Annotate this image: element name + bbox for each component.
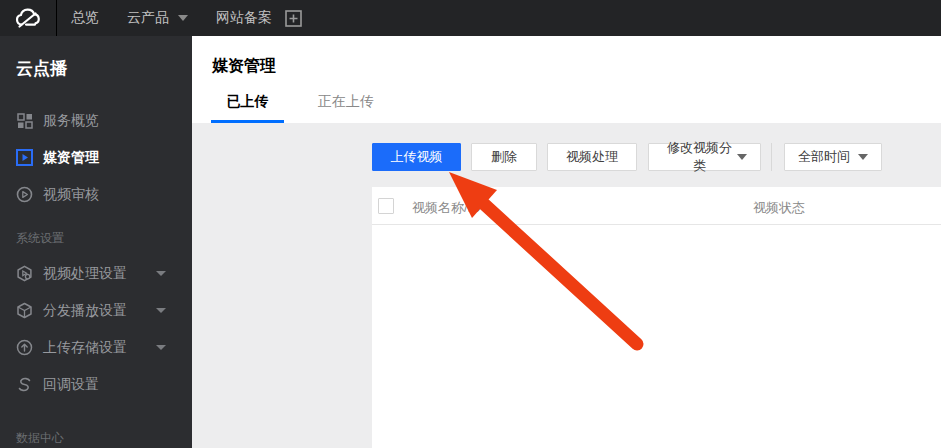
sidebar-section-data-center: 数据中心 (0, 413, 192, 447)
topbar-nav: 总览 云产品 网站备案 (57, 0, 302, 36)
upload-video-button[interactable]: 上传视频 (372, 143, 461, 171)
sidebar-main-menu: 服务概览 媒资管理 视频审核 (0, 102, 192, 213)
sidebar-item-upload-storage-settings[interactable]: 上传存储设置 (0, 329, 192, 366)
media-table: 视频名称/ID 视频状态 (372, 187, 941, 448)
cloud-logo-icon (13, 6, 43, 30)
sidebar-item-label: 分发播放设置 (43, 302, 127, 320)
sidebar-item-label: 服务概览 (43, 112, 99, 130)
chevron-down-icon[interactable] (156, 271, 166, 276)
sidebar-section-system-settings: 系统设置 (0, 213, 192, 247)
upload-circle-icon (16, 339, 33, 356)
vod-console-screen: 总览 云产品 网站备案 云点播 (0, 0, 941, 448)
grid-icon (16, 112, 33, 129)
delete-button[interactable]: 删除 (471, 143, 537, 171)
topnav-cloud-products-label: 云产品 (127, 9, 169, 27)
sidebar-item-label: 视频审核 (43, 186, 99, 204)
plus-square-icon (285, 10, 302, 27)
main-header: 媒资管理 已上传 正在上传 (192, 36, 941, 123)
sidebar-item-label: 回调设置 (43, 376, 99, 394)
video-process-icon (16, 265, 33, 282)
cube-icon (16, 302, 33, 319)
chevron-down-icon[interactable] (156, 308, 166, 313)
column-header-video-name: 视频名称/ID (412, 199, 481, 217)
sidebar-item-label: 视频处理设置 (43, 265, 127, 283)
play-square-icon (16, 149, 33, 166)
tab-uploaded[interactable]: 已上传 (211, 93, 284, 123)
time-filter-label: 全部时间 (798, 148, 850, 166)
add-console-tab-button[interactable] (285, 10, 302, 27)
modify-category-label: 修改视频分类 (662, 139, 737, 175)
sidebar-item-label: 上传存储设置 (43, 339, 127, 357)
sidebar: 云点播 服务概览 (0, 36, 192, 448)
chevron-down-icon (858, 154, 868, 160)
tab-bar: 已上传 正在上传 (192, 93, 374, 123)
tab-label: 正在上传 (318, 93, 374, 109)
chevron-down-icon (178, 15, 188, 21)
chevron-down-icon (737, 154, 747, 160)
sidebar-item-media-management[interactable]: 媒资管理 (0, 139, 192, 176)
chevron-down-icon[interactable] (156, 345, 166, 350)
sidebar-item-service-overview[interactable]: 服务概览 (0, 102, 192, 139)
sidebar-item-video-process-settings[interactable]: 视频处理设置 (0, 255, 192, 292)
tab-label: 已上传 (227, 93, 269, 109)
topbar: 总览 云产品 网站备案 (0, 0, 941, 36)
topnav-overview-label: 总览 (71, 9, 99, 27)
content-area: 上传视频 删除 视频处理 修改视频分类 全部时间 视频名称/ID 视频状态 (192, 123, 941, 448)
sidebar-item-label: 媒资管理 (43, 149, 99, 167)
tencent-cloud-logo[interactable] (0, 0, 57, 36)
sidebar-item-distribution-settings[interactable]: 分发播放设置 (0, 292, 192, 329)
column-header-video-status: 视频状态 (753, 199, 805, 217)
topnav-overview[interactable]: 总览 (71, 9, 99, 27)
toolbar: 上传视频 删除 视频处理 修改视频分类 全部时间 (372, 143, 882, 171)
product-title: 云点播 (0, 36, 192, 96)
topnav-icp-record-label: 网站备案 (216, 9, 272, 27)
sidebar-item-video-review[interactable]: 视频审核 (0, 176, 192, 213)
time-filter-dropdown[interactable]: 全部时间 (784, 143, 882, 171)
toolbar-divider (771, 143, 772, 171)
page-title: 媒资管理 (192, 36, 941, 77)
callback-icon (16, 376, 33, 393)
tab-uploading[interactable]: 正在上传 (318, 93, 374, 123)
select-all-checkbox[interactable] (378, 198, 394, 214)
table-header-row: 视频名称/ID 视频状态 (372, 187, 941, 225)
video-process-button[interactable]: 视频处理 (547, 143, 637, 171)
topnav-cloud-products[interactable]: 云产品 (127, 9, 188, 27)
play-circle-icon (16, 186, 33, 203)
sidebar-item-callback-settings[interactable]: 回调设置 (0, 366, 192, 403)
modify-category-dropdown[interactable]: 修改视频分类 (648, 143, 761, 171)
topnav-icp-record[interactable]: 网站备案 (216, 9, 272, 27)
